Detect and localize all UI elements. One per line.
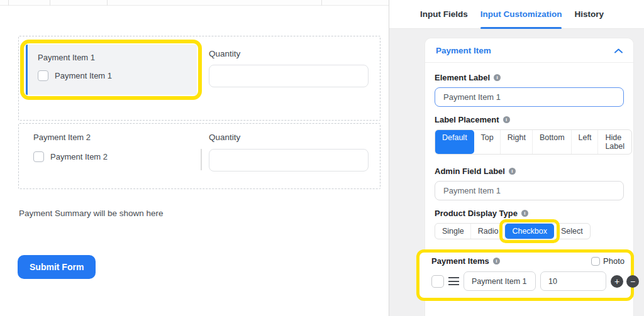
chevron-up-icon[interactable] — [614, 48, 623, 53]
highlight-ring-payment-item-1: Payment Item 1 Payment Item 1 — [20, 40, 202, 100]
cropped-browser-strip — [0, 0, 389, 6]
strip-divider — [50, 0, 50, 6]
strip-divider — [107, 0, 108, 6]
payment-item-2-checkbox[interactable] — [33, 151, 44, 162]
option-left[interactable]: Left — [572, 130, 599, 154]
payment-item-1-checkbox-label: Payment Item 1 — [55, 71, 112, 80]
quantity-label: Quantity — [209, 133, 240, 142]
photo-checkbox[interactable] — [591, 257, 600, 266]
payment-item-1-checkbox[interactable] — [38, 70, 48, 81]
quantity-label: Quantity — [209, 49, 240, 58]
admin-field-label-heading: Admin Field Label — [435, 166, 505, 176]
option-default[interactable]: Default — [435, 130, 474, 154]
option-checkbox[interactable]: Checkbox — [505, 224, 554, 239]
product-display-type-options: Single Radio Checkbox Select — [435, 223, 591, 239]
remove-item-button[interactable] — [626, 275, 639, 288]
element-label-input[interactable] — [435, 87, 624, 107]
info-icon[interactable] — [494, 74, 501, 81]
form-field-container-payment-item-1[interactable]: Payment Item 1 Payment Item 1 Quantity — [18, 36, 380, 121]
option-bottom[interactable]: Bottom — [533, 130, 572, 154]
quantity-input[interactable] — [209, 65, 369, 87]
form-builder-page: Payment Item 1 Payment Item 1 Quantity P… — [0, 0, 644, 316]
settings-panel: Input Fields Input Customization History… — [389, 0, 644, 316]
item-row-checkbox[interactable] — [431, 275, 444, 288]
item-name-input[interactable] — [464, 271, 536, 291]
form-field-container-payment-item-2[interactable]: Payment Item 2 Payment Item 2 Quantity — [18, 123, 380, 189]
option-select[interactable]: Select — [554, 224, 590, 239]
quantity-input[interactable] — [209, 149, 369, 172]
label-placement-heading: Label Placement — [435, 115, 499, 124]
product-display-type-heading: Product Display Type — [435, 209, 518, 218]
payment-item-2-checkbox-label: Payment Item 2 — [50, 152, 108, 161]
photo-checkbox-label: Photo — [603, 256, 625, 266]
label-placement-options: Default Top Right Bottom Left Hide Label — [435, 129, 632, 155]
payment-item-row — [431, 271, 625, 291]
option-right[interactable]: Right — [501, 130, 533, 154]
admin-field-label-input[interactable] — [435, 181, 624, 200]
option-top[interactable]: Top — [474, 130, 501, 154]
strip-divider — [321, 0, 322, 6]
info-icon[interactable] — [493, 258, 500, 264]
option-radio[interactable]: Radio — [471, 224, 506, 239]
info-icon[interactable] — [503, 116, 510, 123]
settings-section-title: Payment Item — [436, 46, 491, 55]
option-hide-label[interactable]: Hide Label — [598, 130, 631, 154]
highlight-ring-payment-items-section: Payment Items Photo — [416, 249, 634, 301]
info-icon[interactable] — [521, 210, 528, 217]
payment-summary-placeholder: Payment Summary will be shown here — [19, 209, 164, 218]
tab-input-fields[interactable]: Input Fields — [420, 0, 468, 28]
column-divider — [201, 149, 202, 170]
tab-input-customization[interactable]: Input Customization — [480, 0, 562, 28]
payment-item-settings-card: Payment Item Element Label Label Placeme… — [425, 38, 634, 316]
option-single[interactable]: Single — [435, 224, 471, 239]
payment-item-2-label: Payment Item 2 — [33, 133, 91, 142]
item-price-input[interactable] — [540, 271, 606, 291]
drag-handle-icon[interactable] — [448, 277, 459, 285]
payment-item-1-label: Payment Item 1 — [38, 53, 197, 62]
selected-payment-item-element[interactable]: Payment Item 1 Payment Item 1 — [26, 45, 197, 95]
tab-history[interactable]: History — [574, 0, 604, 28]
submit-form-button[interactable]: Submit Form — [18, 255, 96, 279]
panel-tabs: Input Fields Input Customization History — [389, 0, 644, 29]
strip-divider — [8, 0, 9, 6]
element-label-heading: Element Label — [435, 73, 490, 82]
info-icon[interactable] — [509, 168, 516, 175]
settings-card-header[interactable]: Payment Item — [425, 38, 633, 63]
payment-items-heading: Payment Items — [431, 256, 489, 266]
add-item-button[interactable] — [611, 275, 623, 288]
